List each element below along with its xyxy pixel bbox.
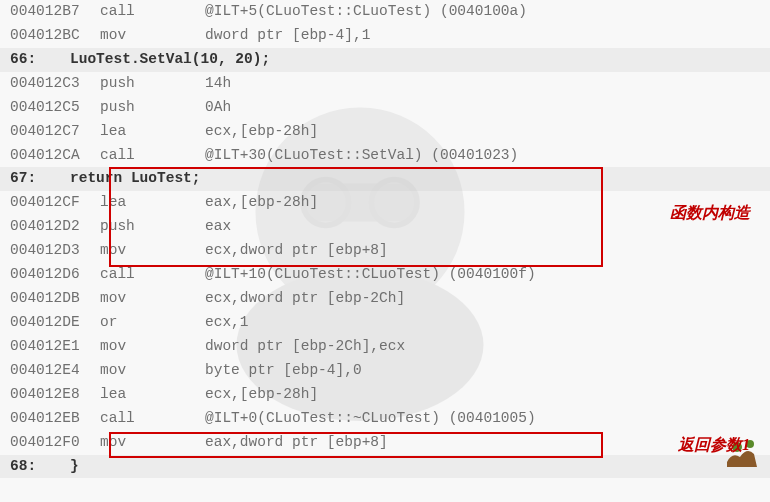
source-line: 68:} — [0, 455, 770, 479]
operands: @ILT+30(CLuoTest::SetVal) (00401023) — [205, 147, 518, 163]
operands: ecx,[ebp-28h] — [205, 386, 318, 402]
address: 004012CF — [10, 191, 100, 215]
asm-line: 004012BCmovdword ptr [ebp-4],1 — [0, 24, 770, 48]
asm-line: 004012E4movbyte ptr [ebp-4],0 — [0, 359, 770, 383]
operands: ecx,[ebp-28h] — [205, 123, 318, 139]
address: 004012E4 — [10, 359, 100, 383]
mnemonic: call — [100, 0, 205, 24]
asm-line: 004012C5push0Ah — [0, 96, 770, 120]
disassembly-view: 004012B7call@ILT+5(CLuoTest::CLuoTest) (… — [0, 0, 770, 478]
address: 004012BC — [10, 24, 100, 48]
source-code: } — [70, 458, 79, 474]
asm-line: 004012D6call@ILT+10(CLuoTest::CLuoTest) … — [0, 263, 770, 287]
operands: ecx,dword ptr [ebp-2Ch] — [205, 290, 405, 306]
asm-line: 004012D2pusheax — [0, 215, 770, 239]
asm-line: 004012D3movecx,dword ptr [ebp+8] — [0, 239, 770, 263]
mnemonic: mov — [100, 239, 205, 263]
mnemonic: push — [100, 96, 205, 120]
mnemonic: call — [100, 263, 205, 287]
address: 004012C3 — [10, 72, 100, 96]
asm-line: 004012CFleaeax,[ebp-28h] — [0, 191, 770, 215]
operands: @ILT+0(CLuoTest::~CLuoTest) (00401005) — [205, 410, 536, 426]
asm-line: 004012CAcall@ILT+30(CLuoTest::SetVal) (0… — [0, 144, 770, 168]
source-code: LuoTest.SetVal(10, 20); — [70, 51, 270, 67]
address: 004012DB — [10, 287, 100, 311]
address: 004012F0 — [10, 431, 100, 455]
mnemonic: call — [100, 144, 205, 168]
operands: eax,[ebp-28h] — [205, 194, 318, 210]
address: 004012E1 — [10, 335, 100, 359]
source-line: 66:LuoTest.SetVal(10, 20); — [0, 48, 770, 72]
operands: dword ptr [ebp-2Ch],ecx — [205, 338, 405, 354]
address: 004012CA — [10, 144, 100, 168]
operands: eax,dword ptr [ebp+8] — [205, 434, 388, 450]
mnemonic: push — [100, 215, 205, 239]
operands: dword ptr [ebp-4],1 — [205, 27, 370, 43]
asm-line: 004012DBmovecx,dword ptr [ebp-2Ch] — [0, 287, 770, 311]
address: 004012D3 — [10, 239, 100, 263]
asm-line: 004012C7leaecx,[ebp-28h] — [0, 120, 770, 144]
address: 004012DE — [10, 311, 100, 335]
source-line-number: 66: — [10, 48, 70, 72]
address: 004012B7 — [10, 0, 100, 24]
annotation-constructor: 函数内构造 — [670, 200, 750, 226]
address: 004012C5 — [10, 96, 100, 120]
operands: 0Ah — [205, 99, 231, 115]
operands: @ILT+10(CLuoTest::CLuoTest) (0040100f) — [205, 266, 536, 282]
mnemonic: mov — [100, 287, 205, 311]
address: 004012E8 — [10, 383, 100, 407]
operands: ecx,dword ptr [ebp+8] — [205, 242, 388, 258]
address: 004012D2 — [10, 215, 100, 239]
mnemonic: or — [100, 311, 205, 335]
mnemonic: mov — [100, 359, 205, 383]
mnemonic: lea — [100, 120, 205, 144]
address: 004012D6 — [10, 263, 100, 287]
source-code: return LuoTest; — [70, 170, 201, 186]
address: 004012C7 — [10, 120, 100, 144]
source-line: 67:return LuoTest; — [0, 167, 770, 191]
asm-line: 004012B7call@ILT+5(CLuoTest::CLuoTest) (… — [0, 0, 770, 24]
source-line-number: 67: — [10, 167, 70, 191]
operands: ecx,1 — [205, 314, 249, 330]
asm-line: 004012DEorecx,1 — [0, 311, 770, 335]
address: 004012EB — [10, 407, 100, 431]
annotation-return: 返回参数1 — [678, 432, 750, 458]
mnemonic: lea — [100, 383, 205, 407]
asm-line: 004012F0moveax,dword ptr [ebp+8] — [0, 431, 770, 455]
asm-line: 004012EBcall@ILT+0(CLuoTest::~CLuoTest) … — [0, 407, 770, 431]
mnemonic: mov — [100, 431, 205, 455]
mnemonic: mov — [100, 335, 205, 359]
mnemonic: call — [100, 407, 205, 431]
asm-line: 004012C3push14h — [0, 72, 770, 96]
operands: @ILT+5(CLuoTest::CLuoTest) (0040100a) — [205, 3, 527, 19]
mnemonic: push — [100, 72, 205, 96]
asm-line: 004012E1movdword ptr [ebp-2Ch],ecx — [0, 335, 770, 359]
operands: 14h — [205, 75, 231, 91]
operands: eax — [205, 218, 231, 234]
mnemonic: lea — [100, 191, 205, 215]
asm-line: 004012E8leaecx,[ebp-28h] — [0, 383, 770, 407]
mnemonic: mov — [100, 24, 205, 48]
operands: byte ptr [ebp-4],0 — [205, 362, 362, 378]
source-line-number: 68: — [10, 455, 70, 479]
